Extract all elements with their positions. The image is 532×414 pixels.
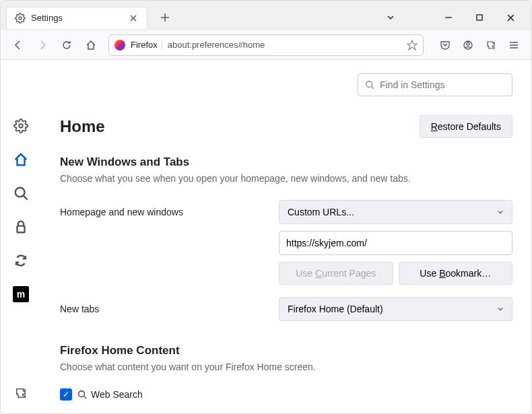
home-content-description: Choose what content you want on your Fir… xyxy=(60,361,512,372)
chevron-down-icon[interactable] xyxy=(375,7,406,28)
extensions-icon[interactable] xyxy=(480,34,502,56)
account-icon[interactable] xyxy=(457,34,479,56)
search-input[interactable] xyxy=(380,79,505,90)
menu-icon[interactable] xyxy=(503,34,525,56)
reload-button[interactable] xyxy=(56,34,77,56)
pocket-icon[interactable] xyxy=(434,34,456,56)
close-window-button[interactable] xyxy=(495,7,526,28)
restore-defaults-button[interactable]: Restore Defaults xyxy=(420,115,512,138)
sidebar-item-search[interactable] xyxy=(9,181,33,205)
svg-point-4 xyxy=(19,124,23,128)
svg-point-7 xyxy=(366,81,372,88)
sidebar-item-home[interactable] xyxy=(9,147,33,172)
svg-rect-6 xyxy=(18,226,25,233)
firefox-logo-icon xyxy=(114,40,125,50)
search-icon xyxy=(365,80,374,90)
section-title-windows-tabs: New Windows and Tabs xyxy=(60,156,512,169)
minimize-button[interactable] xyxy=(433,7,464,28)
svg-point-5 xyxy=(15,188,25,197)
window-controls xyxy=(375,7,526,28)
use-current-pages-button[interactable]: Use Current Pages xyxy=(279,262,393,285)
main-content: Home Restore Defaults New Windows and Ta… xyxy=(41,60,531,413)
homepage-url-input[interactable] xyxy=(279,231,512,255)
homepage-select[interactable]: Custom URLs... xyxy=(279,200,512,224)
page-title: Home xyxy=(60,117,105,136)
mozilla-icon: m xyxy=(13,286,29,302)
url-bar[interactable]: Firefox about:preferences#home xyxy=(108,34,424,56)
nav-toolbar: Firefox about:preferences#home xyxy=(1,30,531,60)
bookmark-star-icon[interactable] xyxy=(407,40,418,50)
settings-search[interactable] xyxy=(358,73,512,96)
url-prefix: Firefox xyxy=(131,40,162,50)
settings-sidebar: m xyxy=(1,60,41,413)
chevron-down-icon xyxy=(497,209,504,215)
maximize-button[interactable] xyxy=(464,7,495,28)
svg-rect-1 xyxy=(477,15,482,20)
content-pane: m Home Restore Defaults New Windows and … xyxy=(1,60,531,413)
homepage-label: Homepage and new windows xyxy=(60,207,279,217)
newtabs-label: New tabs xyxy=(60,304,279,314)
svg-point-8 xyxy=(79,391,85,397)
use-bookmark-button[interactable]: Use Bookmark… xyxy=(399,262,513,285)
url-text: about:preferences#home xyxy=(168,40,401,50)
new-tab-button[interactable] xyxy=(156,8,174,27)
sidebar-item-privacy[interactable] xyxy=(9,215,33,239)
tab-settings[interactable]: Settings xyxy=(6,7,147,29)
web-search-label: Web Search xyxy=(77,389,143,400)
sidebar-item-sync[interactable] xyxy=(9,248,33,273)
svg-point-3 xyxy=(467,42,469,45)
newtabs-select[interactable]: Firefox Home (Default) xyxy=(279,297,512,321)
back-button[interactable] xyxy=(7,34,29,56)
section-title-home-content: Firefox Home Content xyxy=(60,344,512,357)
gear-icon xyxy=(15,13,26,24)
tab-title: Settings xyxy=(31,13,123,23)
home-button[interactable] xyxy=(80,34,102,56)
svg-point-0 xyxy=(19,17,22,20)
tab-bar: Settings xyxy=(1,1,531,30)
close-icon[interactable] xyxy=(128,13,139,24)
forward-button[interactable] xyxy=(32,34,53,56)
sidebar-item-general[interactable] xyxy=(9,114,33,138)
chevron-down-icon xyxy=(497,306,504,312)
section-description: Choose what you see when you open your h… xyxy=(60,173,512,184)
sidebar-item-mozilla[interactable]: m xyxy=(9,282,33,306)
search-icon xyxy=(77,390,87,399)
web-search-checkbox[interactable]: ✓ xyxy=(60,388,72,401)
sidebar-item-extensions[interactable] xyxy=(9,381,33,405)
